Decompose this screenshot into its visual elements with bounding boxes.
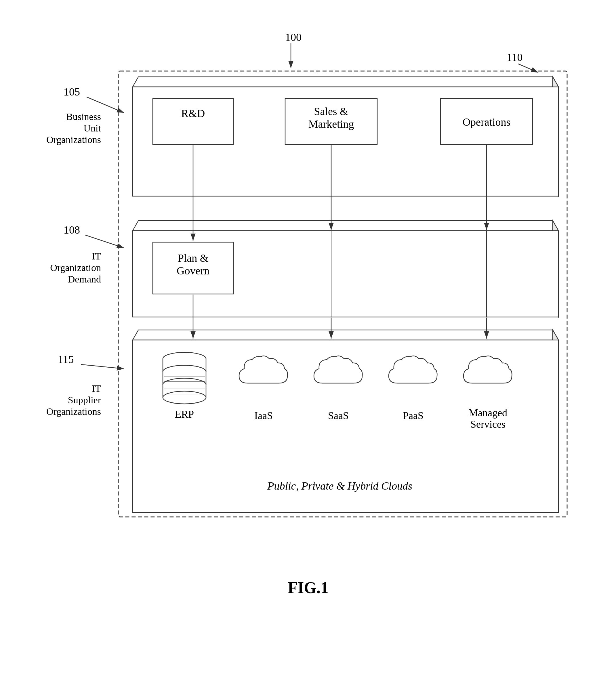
ref-108: 108 [63,224,80,236]
plan-label-line1: Plan & [177,252,208,264]
itod-label-line1: IT [91,251,101,261]
paas-label: PaaS [403,410,423,421]
operations-label: Operations [463,116,510,128]
buo-label-line2: Unit [83,123,101,134]
sales-label-line1: Sales & [314,105,348,117]
itod-label-line2: Organization [50,262,101,273]
cloud-label: Public, Private & Hybrid Clouds [267,480,412,492]
plan-label-line2: Govern [177,265,209,277]
itso-label-line1: IT [91,383,101,394]
db-bot-ellipse-3 [163,391,206,404]
ref-115: 115 [58,353,74,365]
itod-label-line3: Demand [67,274,101,284]
saas-label: SaaS [328,410,349,421]
erp-label: ERP [175,408,194,420]
ref-115-arrow [81,364,124,369]
itso-label-line2: Supplier [67,395,101,405]
buo-box-top [133,77,558,87]
rnd-box [153,98,233,144]
rnd-label: R&D [181,107,204,119]
diagram-container: 100 105 110 108 115 Business Unit Or [35,24,582,656]
ref-110: 110 [507,51,523,63]
ref-105: 105 [63,86,80,98]
buo-label-line3: Organizations [46,134,101,145]
sales-label-line2: Marketing [308,118,354,130]
itod-box-top [133,221,558,231]
fig-label: FIG.1 [288,579,329,597]
main-svg: 100 105 110 108 115 Business Unit Or [35,24,582,656]
iaas-label: IaaS [254,410,273,421]
managed-label-line1: Managed [469,407,507,419]
itso-label-line3: Organizations [46,406,101,417]
managed-label-line2: Services [470,419,505,430]
ref-100: 100 [285,31,302,43]
itso-box-top [133,330,558,340]
buo-label-line1: Business [66,111,101,122]
